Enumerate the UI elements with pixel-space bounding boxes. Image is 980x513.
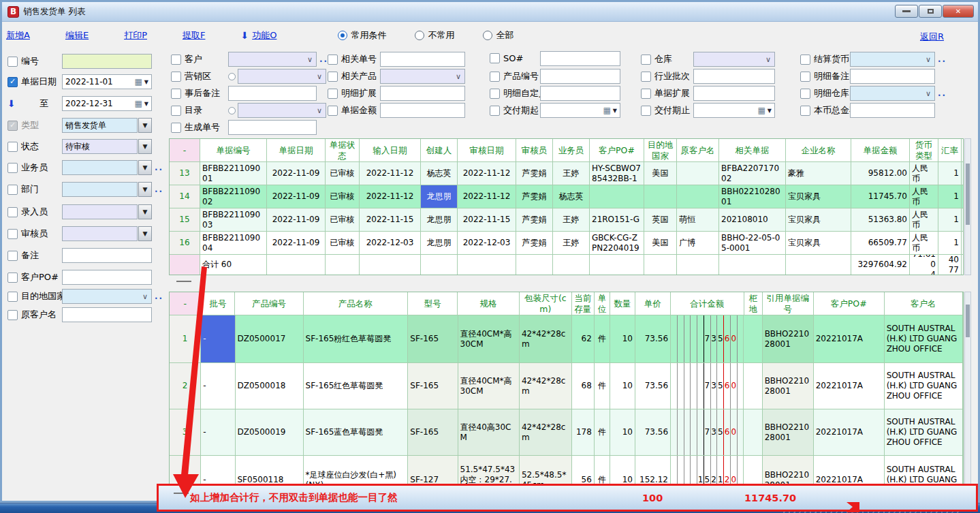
splitter-handle-bottom[interactable] xyxy=(174,493,189,495)
cell[interactable]: 萌恒 xyxy=(677,208,719,231)
cell[interactable]: BFBB221109001 xyxy=(200,162,267,185)
cell[interactable]: BBH0221028001 xyxy=(719,185,786,208)
detail-table-scrollbar[interactable] xyxy=(964,292,971,486)
master-table-scrollbar[interactable] xyxy=(964,138,971,275)
checkbox-目录[interactable] xyxy=(171,106,181,116)
cell[interactable]: 2022-11-12 xyxy=(360,185,421,208)
目的地国家-combo[interactable]: ∨ xyxy=(62,289,152,304)
minimize-button[interactable] xyxy=(895,5,918,18)
cell[interactable]: 1 xyxy=(938,162,962,185)
checkbox-相关单号[interactable] xyxy=(328,55,338,65)
dropdown-button-icon[interactable]: ▼ xyxy=(138,160,152,175)
明细仓库-combo[interactable]: ∨ xyxy=(850,86,935,101)
cell[interactable]: 人民币 xyxy=(910,232,938,254)
table-row[interactable]: 4-SF0500118*足球座位白沙发(白+黑)(NX)SF-12751.5*4… xyxy=(170,456,963,486)
cell[interactable]: 10 xyxy=(610,456,635,486)
cell[interactable]: 件 xyxy=(595,363,610,409)
cell[interactable]: 龙思朋 xyxy=(421,208,458,231)
cell[interactable]: 2022-11-09 xyxy=(267,232,326,254)
cell[interactable]: SF-165 xyxy=(408,315,458,362)
checkbox-类型[interactable] xyxy=(7,121,18,131)
batch-cell[interactable]: - xyxy=(201,363,235,409)
cell[interactable]: 10 xyxy=(610,315,635,362)
column-header[interactable]: 输入日期 xyxy=(360,139,421,161)
cell[interactable]: 1 xyxy=(938,232,962,254)
checkbox-明细自定义[interactable] xyxy=(490,89,500,99)
cell[interactable]: 龙思朋 xyxy=(421,185,458,208)
toolbar-link-4[interactable]: 提取F xyxy=(183,29,205,42)
checkbox-明细备注[interactable] xyxy=(800,72,810,82)
cell[interactable]: BFBA220717002 xyxy=(719,162,786,185)
备注-input[interactable] xyxy=(62,248,152,263)
cell[interactable]: SF-165红色草莓圆凳 xyxy=(304,363,409,409)
checkbox-仓库[interactable] xyxy=(641,55,651,65)
checkbox-产品编号[interactable] xyxy=(490,72,500,82)
cell[interactable]: DZ0500018 xyxy=(236,363,304,409)
customer-po-cell[interactable]: 20221017A xyxy=(814,315,885,362)
cell[interactable]: 已审核 xyxy=(326,208,360,231)
cell[interactable]: 73.56 xyxy=(635,315,671,362)
cell[interactable]: 1 xyxy=(938,185,962,208)
column-header[interactable]: 当前存量 xyxy=(572,292,595,315)
cell[interactable]: HY-SCBWO785432BB-1 xyxy=(590,162,644,185)
calendar-icon[interactable]: ▦ xyxy=(135,99,142,108)
cell[interactable]: 宝贝家具 xyxy=(786,185,851,208)
cell[interactable]: 英国 xyxy=(644,208,677,231)
column-header[interactable]: 包装尺寸(cm) xyxy=(520,292,572,315)
toolbar-link-2[interactable]: 编辑E xyxy=(65,29,89,42)
customer-name-cell[interactable]: SOUTH AUSTRAL (H.K) LTD GUANGZHOU OFFICE xyxy=(885,456,963,486)
toolbar-link-1[interactable]: 新增A xyxy=(6,29,30,42)
cell[interactable] xyxy=(590,185,644,208)
cell[interactable]: 42*42*28cm xyxy=(520,315,572,362)
相关单号-input[interactable] xyxy=(380,52,465,67)
checkbox-部门[interactable] xyxy=(7,185,18,195)
明细备注-input[interactable] xyxy=(850,69,935,84)
cell[interactable]: 杨志英 xyxy=(553,185,590,208)
交付期起-date-input[interactable]: ▦▼ xyxy=(540,103,620,118)
cell[interactable]: 52.5*48.5*45cm xyxy=(520,456,572,486)
编号-input[interactable] xyxy=(62,54,152,69)
cell[interactable]: 件 xyxy=(595,315,610,362)
cell[interactable]: 已审核 xyxy=(326,232,360,254)
checkbox-生成单号[interactable] xyxy=(171,123,181,133)
至-date-input[interactable]: 2022-12-31▦▼ xyxy=(62,96,152,111)
cell[interactable]: 已审核 xyxy=(326,185,360,208)
checkbox-SO#[interactable] xyxy=(490,53,500,63)
customer-po-cell[interactable]: 20221017A xyxy=(814,409,885,455)
column-header[interactable]: 客户PO# xyxy=(814,292,885,315)
container-cell[interactable] xyxy=(744,363,762,409)
cell[interactable]: 件 xyxy=(595,409,610,455)
cell[interactable]: 73.56 xyxy=(635,409,671,455)
batch-cell[interactable]: - xyxy=(201,315,235,362)
cell[interactable]: 人民币 xyxy=(910,185,938,208)
calendar-icon[interactable]: ▦ xyxy=(603,106,611,115)
cell[interactable]: 66509.77 xyxy=(851,232,910,254)
amount-ledger-cell[interactable]: 73560 xyxy=(671,409,744,455)
column-header[interactable]: 单位 xyxy=(595,292,610,315)
customer-po-cell[interactable]: 20221017A xyxy=(814,456,885,486)
cell[interactable]: SF-165粉红色草莓圆凳 xyxy=(304,315,409,362)
date-dropdown-icon[interactable]: ▼ xyxy=(768,108,772,114)
column-header[interactable]: 货币类型 xyxy=(910,139,938,161)
cell[interactable]: 2022-11-12 xyxy=(458,162,516,185)
toolbar-func-label[interactable]: 功能O xyxy=(252,29,276,42)
lookup-dots[interactable]: .. xyxy=(155,185,163,194)
cell[interactable]: BFBB221109004 xyxy=(200,232,267,254)
lookup-dots[interactable]: .. xyxy=(155,292,163,301)
amount-ledger-cell[interactable]: 73560 xyxy=(671,363,744,409)
cell[interactable]: 11745.70 xyxy=(851,185,910,208)
checkbox-明细扩展[interactable] xyxy=(328,89,338,99)
单据日期-date-input[interactable]: 2022-11-01▦▼ xyxy=(62,74,152,89)
cell[interactable]: 2022-11-09 xyxy=(267,208,326,231)
checkbox-结算货币[interactable] xyxy=(800,55,810,65)
column-header[interactable]: 原客户名 xyxy=(677,139,719,161)
cell[interactable] xyxy=(677,185,719,208)
amount-ledger-cell[interactable]: 152120 xyxy=(671,456,744,486)
生成单号-input[interactable] xyxy=(228,120,317,135)
cell[interactable] xyxy=(644,185,677,208)
SO#-input[interactable] xyxy=(540,51,620,66)
cell[interactable]: 2022-11-12 xyxy=(360,162,421,185)
cell[interactable]: 直径40CM*高30CM xyxy=(458,315,520,362)
column-header[interactable]: - xyxy=(170,139,200,161)
column-header[interactable]: 汇率 xyxy=(938,139,962,161)
